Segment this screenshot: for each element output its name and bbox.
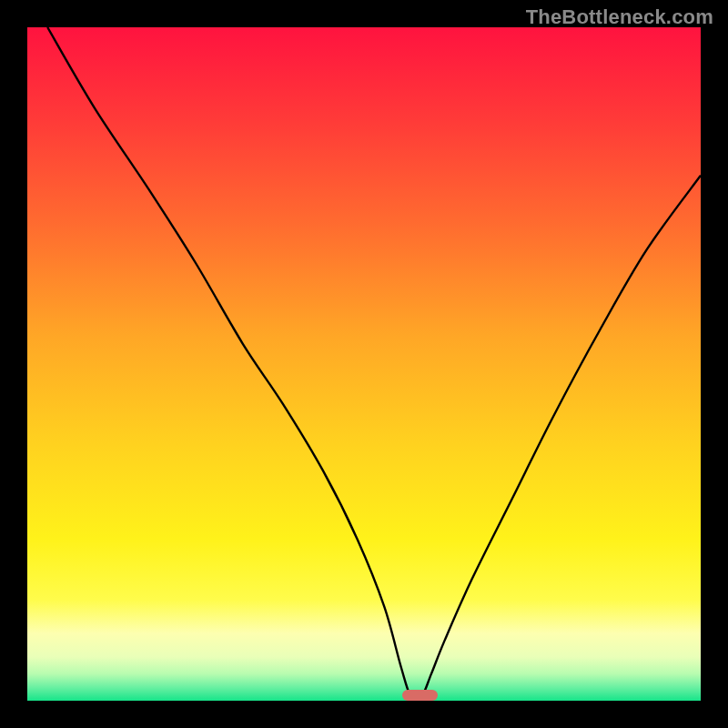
plot-area [27,27,701,701]
bottleneck-curve [47,27,701,701]
curve-svg [27,27,701,701]
watermark-text: TheBottleneck.com [526,5,713,29]
chart-frame: TheBottleneck.com [0,0,728,728]
minimum-marker [402,690,437,701]
